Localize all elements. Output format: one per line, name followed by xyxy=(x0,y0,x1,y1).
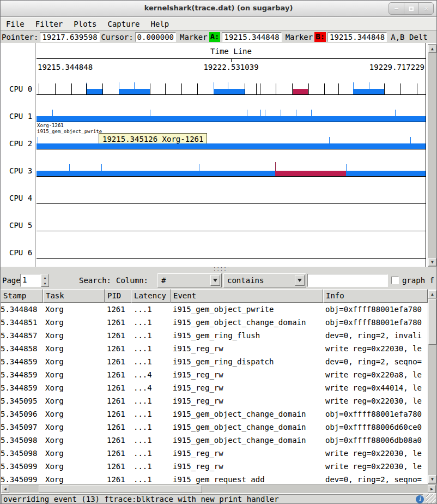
timeline-graph[interactable]: Time Line 19215.344848 19222.531039 1922… xyxy=(1,43,436,267)
cursor-label: Cursor: xyxy=(101,33,133,41)
cpu-baseline xyxy=(37,231,426,231)
cell-event: i915_reg_rw xyxy=(171,394,323,407)
cell-event: i915_gem_ring_dispatch xyxy=(171,355,323,368)
page-spin-buttons[interactable]: ▲ ▼ xyxy=(41,274,49,287)
resize-grip[interactable] xyxy=(426,494,436,504)
event-tick xyxy=(87,82,87,94)
table-horizontal-scrollbar[interactable]: ◀ ▶ xyxy=(1,484,436,493)
cell-stamp: 5.344859 xyxy=(1,368,43,381)
event-tick xyxy=(308,83,309,94)
event-tick xyxy=(296,110,296,116)
header-cell-event[interactable]: Event xyxy=(171,289,323,303)
column-select[interactable]: # xyxy=(157,273,222,287)
cell-event: i915_reg_rw xyxy=(171,342,323,355)
chevron-down-icon[interactable] xyxy=(295,275,305,286)
header-cell-stamp[interactable]: Stamp xyxy=(1,289,43,303)
scrollbar-thumb[interactable] xyxy=(39,485,202,493)
table-row[interactable]: 5.344851Xorg1261...1i915_gem_object_chan… xyxy=(1,316,428,329)
table-row[interactable]: 5.345099Xorg1261...1i915_reg_rwwrite reg… xyxy=(1,460,428,473)
graph-follows-label: graph f xyxy=(402,276,434,285)
pointer-label: Pointer: xyxy=(2,33,38,41)
close-button[interactable]: ✕ xyxy=(418,3,433,14)
graph-vertical-scrollbar[interactable]: ▲ ▼ xyxy=(428,44,437,267)
table-row[interactable]: 5.345095Xorg1261...1i915_reg_rwwrite reg… xyxy=(1,394,428,407)
event-tick xyxy=(199,164,199,171)
scroll-up-icon[interactable]: ▲ xyxy=(428,290,436,298)
header-cell-task[interactable]: Task xyxy=(43,289,105,303)
cell-latency: ...1 xyxy=(131,421,171,434)
cell-stamp: 5.344851 xyxy=(1,316,43,329)
splitter-handle-icon[interactable]: ·············· xyxy=(213,267,228,272)
event-tick xyxy=(265,110,265,116)
table-row[interactable]: 5.344857Xorg1261...1i915_gem_ring_flushd… xyxy=(1,329,428,342)
scroll-down-icon[interactable]: ▼ xyxy=(428,475,436,483)
table-row[interactable]: 5.344859Xorg1261...4i915_reg_rwwrite reg… xyxy=(1,381,428,394)
table-row[interactable]: 5.345098Xorg1261...1i915_gem_object_chan… xyxy=(1,434,428,447)
cell-info: write reg=0x220a8, le xyxy=(323,368,428,381)
marker-b-label: Marker xyxy=(286,33,313,41)
chevron-down-icon[interactable] xyxy=(210,275,220,286)
cell-event: i915_gem_request_add xyxy=(171,473,323,484)
cell-pid: 1261 xyxy=(105,342,131,355)
table-vertical-scrollbar[interactable]: ▲ ▼ xyxy=(428,290,437,484)
table-row[interactable]: 5.345098Xorg1261...1i915_reg_rwwrite reg… xyxy=(1,447,428,460)
header-cell-latency[interactable]: Latency xyxy=(131,289,171,303)
table-row[interactable]: 5.345097Xorg1261...1i915_gem_object_chan… xyxy=(1,421,428,434)
menu-item-filter[interactable]: Filter xyxy=(30,18,69,30)
window-title: kernelshark(trace.dat) (on sugarbay) xyxy=(1,4,436,12)
event-tick xyxy=(69,164,70,171)
menu-item-file[interactable]: File xyxy=(1,18,30,30)
spin-up-icon[interactable]: ▲ xyxy=(41,274,48,280)
event-tick xyxy=(292,83,293,94)
event-tick xyxy=(417,83,417,94)
scroll-up-icon[interactable]: ▲ xyxy=(428,45,436,53)
cell-pid: 1261 xyxy=(105,447,131,460)
table-row[interactable]: 5.344858Xorg1261...1i915_reg_rwwrite reg… xyxy=(1,342,428,355)
table-row[interactable]: 5.345099Xorg1261...1i915_gem_request_add… xyxy=(1,473,428,484)
cpu2-event-label: i915_gem_object_pwrite xyxy=(37,129,102,134)
header-cell-info[interactable]: Info xyxy=(323,289,428,303)
menu-item-help[interactable]: Help xyxy=(145,18,174,30)
cell-pid: 1261 xyxy=(105,381,131,394)
header-cell-pid[interactable]: PID xyxy=(105,289,131,303)
info-icon[interactable]: i xyxy=(416,495,424,503)
cell-task: Xorg xyxy=(43,316,105,329)
cell-event: i915_gem_ring_flush xyxy=(171,329,323,342)
cell-task: Xorg xyxy=(43,473,105,484)
spin-down-icon[interactable]: ▼ xyxy=(41,280,48,286)
cpu-run-bar xyxy=(37,116,426,122)
table-row[interactable]: 5.345096Xorg1261...1i915_gem_object_chan… xyxy=(1,407,428,421)
match-select[interactable]: contains xyxy=(223,273,306,287)
cell-event: i915_gem_object_change_domain xyxy=(171,434,323,447)
cell-latency: ...1 xyxy=(131,316,171,329)
table-row[interactable]: 5.344859Xorg1261...4i915_reg_rwwrite reg… xyxy=(1,368,428,381)
title-bar[interactable]: kernelshark(trace.dat) (on sugarbay) – ✕ xyxy=(1,1,436,17)
maximize-button[interactable] xyxy=(404,3,418,14)
graph-follows-checkbox[interactable] xyxy=(391,277,399,284)
cell-info: dev=0, ring=2, seqno= xyxy=(323,473,428,484)
event-tick xyxy=(311,110,312,116)
scrollbar-thumb[interactable] xyxy=(428,299,436,345)
event-tick xyxy=(353,82,354,94)
event-tick xyxy=(281,110,281,116)
cell-latency: ...1 xyxy=(131,329,171,342)
page-spinbox[interactable]: 1 xyxy=(20,274,41,287)
event-tick xyxy=(71,83,72,94)
scroll-down-icon[interactable]: ▼ xyxy=(428,258,436,266)
marker-a-value: 19215.344848 xyxy=(222,32,281,42)
event-tick xyxy=(338,83,339,94)
scroll-left-icon[interactable]: ◀ xyxy=(1,485,9,493)
search-input[interactable] xyxy=(307,274,388,287)
marker-a-badge: A: xyxy=(209,32,221,42)
scroll-right-icon[interactable]: ▶ xyxy=(428,485,436,493)
cell-pid: 1261 xyxy=(105,394,131,407)
event-tick xyxy=(134,82,135,94)
timeline-title: Time Line xyxy=(37,47,426,56)
table-row[interactable]: 5.344859Xorg1261...1i915_gem_ring_dispat… xyxy=(1,355,428,368)
table-row[interactable]: 5.344848Xorg1261...1i915_gem_object_pwri… xyxy=(1,303,428,316)
marker-bar: Pointer: 19217.639598 Cursor: 0.000000 M… xyxy=(1,31,436,43)
minimize-button[interactable]: – xyxy=(389,3,404,14)
pane-splitter[interactable]: ·············· xyxy=(1,267,436,272)
menu-item-plots[interactable]: Plots xyxy=(68,18,102,30)
menu-item-capture[interactable]: Capture xyxy=(102,18,145,30)
